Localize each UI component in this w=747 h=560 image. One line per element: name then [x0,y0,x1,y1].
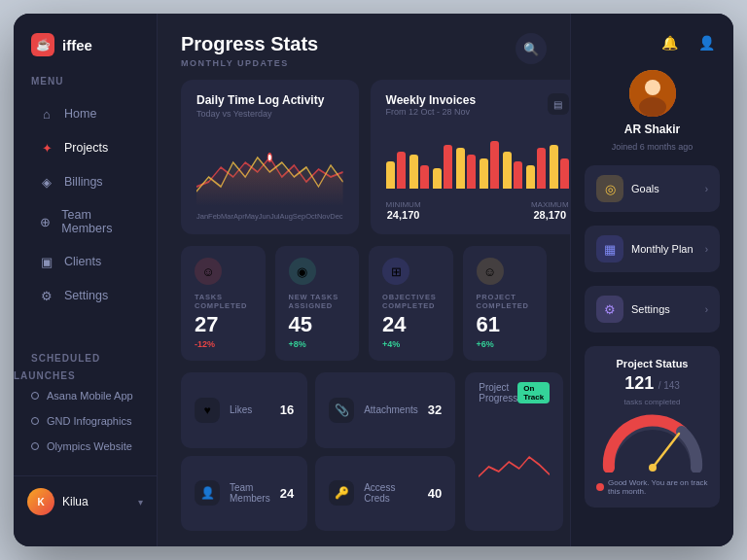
svg-point-0 [267,154,271,161]
bar-red [467,155,476,189]
avatar: K [27,488,54,515]
scheduled-section: Scheduled Launches Asana Mobile App GND … [14,332,157,459]
settings-menu-item[interactable]: ⚙ Settings › [585,286,720,332]
likes-value: 16 [280,402,294,417]
stats-row: ☺ TASKS COMPLETED 27 -12% ◉ NEW TASKS AS… [158,246,570,372]
stat-label: PROJECT COMPLETED [477,293,534,310]
team-label: Team Members [230,482,270,504]
stat-change: +8% [289,339,346,349]
team-icon: 👤 [195,480,220,506]
sidebar-item-projects[interactable]: ✦ Projects [21,131,149,164]
chart-title: Daily Time Log Activity [196,93,343,107]
sidebar-item-label: Home [64,107,96,121]
likes-label: Likes [230,404,270,415]
bar-red [560,158,569,190]
ps-total: / 143 [658,380,680,391]
daily-time-log-card: Daily Time Log Activity Today vs Yesterd… [181,80,359,234]
ps-title: Project Status [596,358,708,369]
stat-icon: ⊞ [382,258,409,285]
billings-icon: ◈ [39,174,54,190]
bar-red [397,152,406,190]
scheduled-item-olympics[interactable]: Olympics Website [14,434,157,459]
app-container: ☕ iffee Menu ⌂ Home ✦ Projects ◈ Billing… [14,14,733,546]
avatar-svg [629,70,676,117]
page-title-area: Progress Stats MONTHLY UPDATES [181,33,318,68]
user-name: AR Shakir [624,122,680,136]
sidebar-user[interactable]: K Kilua ▾ [14,475,157,527]
bar-chart [386,124,569,192]
scheduled-item-gnd[interactable]: GND Infographics [14,408,157,434]
sidebar-item-home[interactable]: ⌂ Home [21,97,149,130]
page-title: Progress Stats [181,33,318,55]
dot-icon [31,392,39,400]
goals-menu-item[interactable]: ◎ Goals › [585,165,720,212]
bar-group [409,155,429,189]
clients-icon: ▣ [39,254,54,269]
stat-icon: ☺ [195,258,222,285]
logo-area: ☕ iffee [14,33,157,76]
monthly-plan-icon: ▦ [596,235,623,262]
bar-yellow [433,168,442,189]
sidebar: ☕ iffee Menu ⌂ Home ✦ Projects ◈ Billing… [14,14,158,546]
good-dot [596,483,604,491]
stat-change: +4% [382,339,440,349]
bar-yellow [386,161,395,189]
sparkline-svg [479,447,550,486]
sidebar-item-label: Projects [64,141,108,155]
sidebar-item-clients[interactable]: ▣ Clients [21,245,149,278]
chevron-right-icon: › [705,304,708,315]
svg-point-3 [639,97,666,117]
sidebar-item-billings[interactable]: ◈ Billings [21,165,149,198]
invoice-subtitle: From 12 Oct - 28 Nov [386,107,477,117]
sidebar-item-team-members[interactable]: ⊕ Team Members [21,199,149,244]
chevron-down-icon: ▾ [138,497,143,508]
bar-red [444,145,452,190]
monthly-plan-menu-item[interactable]: ▦ Monthly Plan › [585,226,720,272]
invoice-icon[interactable]: ▤ [548,93,569,115]
ps-good-text: Good Work. You are on track this month. [608,478,708,496]
stat-value: 24 [382,314,440,335]
stat-change: +6% [477,339,534,349]
search-button[interactable]: 🔍 [516,33,547,64]
user-profile: AR Shakir Joined 6 months ago [585,70,720,152]
bell-icon[interactable]: 🔔 [656,29,683,56]
bar-red [420,165,429,190]
pp-badge: On Track [517,382,550,403]
avatar [629,70,676,117]
sidebar-item-settings[interactable]: ⚙ Settings [21,279,149,312]
svg-line-4 [653,434,679,468]
stat-label: NEW TASKS ASSIGNED [289,293,346,310]
invoice-min: Minimum 24,170 [386,200,421,221]
bar-group [386,152,406,190]
sidebar-item-label: Team Members [61,208,131,235]
access-value: 40 [428,486,442,501]
bar-yellow [456,148,465,189]
monthly-plan-label: Monthly Plan [631,243,697,255]
stat-value: 27 [195,314,252,335]
sidebar-item-label: Settings [64,289,108,302]
access-creds-card: 🔑 Access Creds 40 [315,456,455,532]
goals-icon: ◎ [596,175,623,202]
gauge-container [596,414,708,472]
goals-label: Goals [631,183,697,194]
user-icon[interactable]: 👤 [693,29,720,56]
bar-yellow [480,158,488,190]
access-label: Access Creds [364,482,418,504]
charts-row: Daily Time Log Activity Today vs Yesterd… [158,80,570,246]
time-log-svg [196,128,343,206]
info-cards-grid: ♥ Likes 16 📎 Attachments 32 👤 Team Membe… [181,372,455,531]
weekly-invoices-card: Weekly Invoices From 12 Oct - 28 Nov ▤ M… [371,80,570,234]
attachments-card: 📎 Attachments 32 [315,372,455,448]
panel-icons: 🔔 👤 [656,29,720,56]
pp-header: Project Progress On Track [479,382,550,403]
bar-group [480,141,499,189]
team-value: 24 [280,486,294,501]
stat-icon: ◉ [289,258,316,285]
key-icon: 🔑 [329,480,354,506]
sidebar-item-label: Clients [64,255,101,268]
sidebar-item-label: Billings [64,175,103,189]
search-icon: 🔍 [523,42,539,56]
gauge-svg [599,414,706,472]
main-content: Progress Stats MONTHLY UPDATES 🔍 Daily T… [158,14,570,546]
stat-card: ⊞ OBJECTIVES COMPLETED 24 +4% [369,246,453,361]
